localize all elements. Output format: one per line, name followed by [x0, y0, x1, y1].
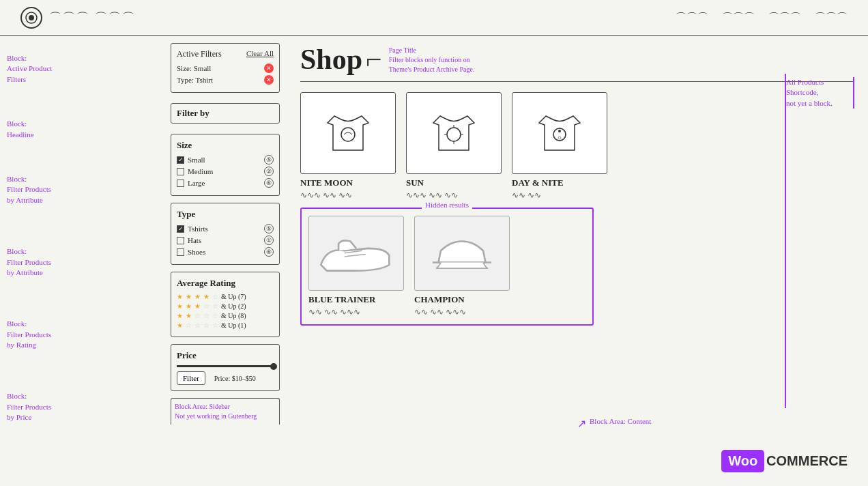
product-champion-price: ∿∿ ∿∿ ∿∿∿: [414, 307, 510, 317]
shop-bracket: ⌐: [366, 43, 382, 76]
annotation-filter-price: Block: Filter Products by Price: [7, 391, 157, 423]
product-nite-moon-price: ∿∿∿ ∿∿ ∿∿: [300, 190, 396, 201]
star-4: ☆: [203, 321, 209, 329]
product-champion[interactable]: CHAMPION ∿∿ ∿∿ ∿∿∿: [414, 216, 510, 317]
header-left: ⌒⌒⌒ ⌒⌒⌒: [20, 7, 136, 29]
star-4: ☆: [203, 302, 209, 310]
checkbox-hats[interactable]: [177, 237, 184, 244]
rating-1up-label: & Up (1): [221, 321, 246, 329]
annotation-filter-attribute-1: Block: Filter Products by Attribute: [7, 174, 157, 205]
size-filter-section: Size ✓ Small ⑤ Medium ② Large: [171, 134, 280, 196]
nav-item-3[interactable]: ⌒⌒⌒: [768, 11, 801, 25]
size-medium-count: ②: [264, 167, 274, 176]
star-5: ☆: [212, 321, 218, 329]
header-nav: ⌒⌒⌒ ⌒⌒⌒ ⌒⌒⌒ ⌒⌒⌒: [676, 11, 848, 25]
filter-by-label: Filter by: [177, 108, 209, 118]
checkbox-small[interactable]: ✓: [177, 156, 184, 164]
woo-text: Woo: [721, 450, 764, 472]
svg-point-9: [558, 130, 561, 132]
rating-2up-label: & Up (8): [221, 312, 246, 319]
rating-filter-section: Average Rating ★ ★ ★ ★ ☆ & Up (7) ★ ★ ★ …: [171, 272, 280, 337]
sidebar-bottom-text: Block Area: Sidebar Not yet working in G…: [175, 402, 276, 421]
size-large[interactable]: Large ⑥: [177, 178, 274, 188]
commerce-text: COMMERCE: [766, 453, 848, 469]
star-1: ★: [177, 321, 183, 329]
product-sun-price: ∿∿∿ ∿∿ ∿∿: [406, 190, 502, 201]
product-day-nite-price: ∿∿ ∿∿: [512, 190, 607, 201]
price-filter-section: Price Filter Price: $10–$50: [171, 344, 280, 391]
rating-filter-title: Average Rating: [177, 278, 274, 289]
remove-filter-size[interactable]: ✕: [264, 63, 274, 73]
product-champion-image: [414, 216, 510, 291]
nav-item-4[interactable]: ⌒⌒⌒: [815, 11, 848, 25]
clear-all-button[interactable]: Clear All: [246, 49, 274, 59]
active-filters-box: Active Filters Clear All Size: Small ✕ T…: [171, 43, 280, 93]
product-nite-moon[interactable]: NITE MOON ∿∿∿ ∿∿ ∿∿: [300, 92, 396, 201]
annotation-filter-rating: Block: Filter Products by Rating: [7, 319, 157, 350]
rating-3up-label: & Up (2): [221, 302, 246, 310]
sidebar-bottom-note: Block Area: Sidebar Not yet working in G…: [171, 398, 280, 425]
nav-item-1[interactable]: ⌒⌒⌒: [676, 11, 708, 25]
product-nite-moon-title: NITE MOON: [300, 177, 396, 188]
star-2: ★: [186, 302, 192, 310]
price-filter-button[interactable]: Filter: [177, 371, 205, 385]
type-hats-count: ①: [264, 235, 274, 245]
checkbox-medium[interactable]: [177, 168, 184, 175]
price-range-label: Price: $10–$50: [214, 375, 256, 382]
product-sun-title: SUN: [406, 177, 502, 188]
checkbox-shoes[interactable]: [177, 248, 184, 256]
star-4: ☆: [203, 312, 209, 319]
rating-3up[interactable]: ★ ★ ★ ☆ ☆ & Up (2): [177, 302, 274, 310]
product-grid: NITE MOON ∿∿∿ ∿∿ ∿∿ SUN: [300, 92, 854, 201]
star-1: ★: [177, 293, 183, 300]
main-container: Block: Active Product Filters Block: Hea…: [0, 36, 868, 485]
rating-4up-label: & Up (7): [221, 293, 246, 300]
rating-1up[interactable]: ★ ☆ ☆ ☆ ☆ & Up (1): [177, 321, 274, 329]
product-blue-trainer-title: BLUE TRAINER: [308, 294, 404, 305]
star-2: ☆: [186, 321, 192, 329]
page-title-annotation: Page Title Filter blocks only function o…: [389, 46, 475, 74]
product-day-nite-image: [512, 92, 607, 174]
slider-handle[interactable]: [270, 363, 277, 370]
size-filter-title: Size: [177, 140, 274, 151]
type-hats[interactable]: Hats ①: [177, 235, 274, 245]
price-slider[interactable]: [177, 365, 274, 367]
annotation-headline: Block: Headline: [7, 119, 157, 140]
rating-2up[interactable]: ★ ★ ☆ ☆ ☆ & Up (8): [177, 312, 274, 319]
star-3: ☆: [194, 321, 201, 329]
product-sun[interactable]: SUN ∿∿∿ ∿∿ ∿∿: [406, 92, 502, 201]
size-large-label: Large: [188, 179, 205, 187]
product-blue-trainer-price: ∿∿ ∿∿ ∿∿∿: [308, 307, 404, 317]
type-shoes-label: Shoes: [188, 248, 205, 256]
product-blue-trainer-image: [308, 216, 404, 291]
type-hats-label: Hats: [188, 236, 201, 244]
annotation-active-filters: Block: Active Product Filters: [7, 53, 157, 85]
remove-filter-type[interactable]: ✕: [264, 75, 274, 85]
svg-point-1: [29, 15, 34, 20]
product-day-nite[interactable]: DAY & NITE ∿∿ ∿∿: [512, 92, 607, 201]
star-3: ★: [194, 302, 201, 310]
product-blue-trainer[interactable]: BLUE TRAINER ∿∿ ∿∿ ∿∿∿: [308, 216, 404, 317]
checkbox-large[interactable]: [177, 180, 184, 187]
size-medium[interactable]: Medium ②: [177, 167, 274, 176]
type-tshirts-count: ⑤: [264, 224, 274, 233]
size-small-count: ⑤: [264, 155, 274, 165]
rating-4up[interactable]: ★ ★ ★ ★ ☆ & Up (7): [177, 293, 274, 300]
filter-by-box: Filter by: [171, 103, 280, 124]
type-tshirts[interactable]: ✓ Tshirts ⑤: [177, 224, 274, 233]
star-2: ★: [186, 293, 192, 300]
logo: [20, 7, 42, 29]
checkbox-tshirts[interactable]: ✓: [177, 225, 184, 233]
nav-item-2[interactable]: ⌒⌒⌒: [722, 11, 755, 25]
type-filter-section: Type ✓ Tshirts ⑤ Hats ① Shoes: [171, 203, 280, 265]
star-1: ★: [177, 302, 183, 310]
all-products-annotation: All Products Shortcode, not yet a block.: [786, 77, 854, 109]
type-shoes[interactable]: Shoes ⑥: [177, 247, 274, 257]
star-2: ★: [186, 312, 192, 319]
size-small[interactable]: ✓ Small ⑤: [177, 155, 274, 165]
star-3: ★: [194, 293, 201, 300]
star-3: ☆: [194, 312, 201, 319]
filter-tag-size: Size: Small ✕: [177, 63, 274, 73]
star-4: ★: [203, 293, 209, 300]
filter-tag-size-label: Size: Small: [177, 64, 211, 72]
